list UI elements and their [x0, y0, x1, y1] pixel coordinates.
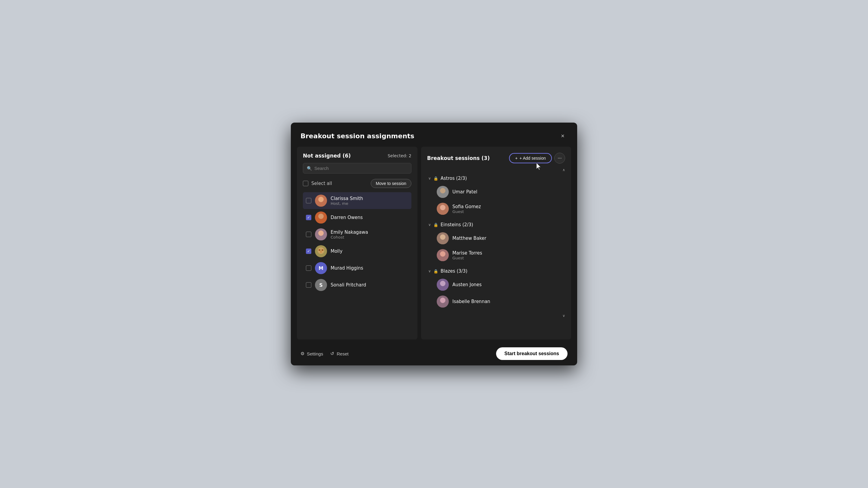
participant-checkbox[interactable] — [306, 232, 311, 237]
search-icon: 🔍 — [307, 166, 312, 171]
add-session-button[interactable]: + + Add session — [509, 153, 552, 163]
svg-point-2 — [318, 214, 324, 219]
participant-name: Murad Higgins — [331, 265, 363, 271]
participant-info: Austen Jones — [453, 282, 482, 287]
settings-label: Settings — [307, 351, 323, 356]
session-header-blazes[interactable]: ∨ 🔒 Blazes (3/3) — [427, 266, 565, 276]
session-members-blazes: Austen Jones Isabelle Brennan — [427, 276, 565, 310]
session-name-blazes: Blazes (3/3) — [441, 268, 467, 274]
not-assigned-title: Not assigned (6) — [303, 153, 351, 159]
list-item[interactable]: Umar Patel — [434, 184, 565, 200]
list-item[interactable]: Emily Nakagawa Cohost — [303, 226, 411, 243]
session-name-einsteins: Einsteins (2/3) — [441, 222, 473, 227]
search-box[interactable]: 🔍 — [303, 163, 411, 173]
dialog-footer: ⚙ Settings ↺ Reset Start breakout sessio… — [291, 342, 577, 365]
participants-list: Clarissa Smith Host, me Darren Owens — [303, 192, 411, 333]
select-all-left: Select all — [303, 181, 332, 186]
scroll-down-indicator: ∨ — [427, 313, 565, 318]
participant-info: Clarissa Smith Host, me — [331, 196, 363, 206]
right-panel-header: Breakout sessions (3) + + Add session ··… — [427, 153, 565, 164]
lock-icon: 🔒 — [433, 223, 438, 227]
svg-point-20 — [440, 298, 445, 303]
session-members-einsteins: Matthew Baker Marise Torres Guest — [427, 230, 565, 264]
participant-name: Sonali Pritchard — [331, 282, 366, 288]
participant-checkbox[interactable] — [306, 215, 311, 220]
participant-name: Marise Torres — [453, 250, 482, 256]
svg-point-3 — [317, 219, 325, 224]
left-panel-header: Not assigned (6) Selected: 2 — [303, 153, 411, 159]
select-all-checkbox[interactable] — [303, 181, 308, 186]
avatar: M — [315, 262, 327, 274]
participant-name: Clarissa Smith — [331, 196, 363, 201]
svg-point-0 — [318, 197, 324, 202]
avatar — [437, 203, 449, 215]
plus-icon: + — [515, 156, 518, 161]
svg-point-19 — [439, 286, 447, 291]
list-item[interactable]: Austen Jones — [434, 276, 565, 293]
gear-icon: ⚙ — [301, 351, 304, 356]
chevron-down-icon: ∨ — [428, 269, 431, 273]
svg-point-8 — [321, 250, 323, 251]
dialog-title: Breakout session assignments — [301, 132, 414, 140]
participant-role: Guest — [453, 256, 482, 260]
participant-role: Cohost — [331, 235, 368, 239]
search-input[interactable] — [314, 166, 407, 171]
chevron-down-icon: ∨ — [428, 176, 431, 181]
close-button[interactable]: × — [558, 131, 567, 141]
participant-name: Isabelle Brennan — [453, 299, 490, 304]
list-item[interactable]: Marise Torres Guest — [434, 247, 565, 264]
svg-point-4 — [318, 230, 324, 236]
scroll-up-indicator: ∧ — [427, 168, 565, 173]
participant-checkbox[interactable] — [306, 198, 311, 203]
session-group-blazes: ∨ 🔒 Blazes (3/3) Austen Jones — [427, 266, 565, 310]
list-item[interactable]: Molly — [303, 243, 411, 260]
avatar — [315, 245, 327, 257]
participant-name: Matthew Baker — [453, 235, 487, 241]
breakout-sessions-title: Breakout sessions (3) — [427, 155, 490, 161]
list-item[interactable]: S Sonali Pritchard — [303, 276, 411, 293]
participant-info: Umar Patel — [453, 189, 477, 195]
session-header-einsteins[interactable]: ∨ 🔒 Einsteins (2/3) — [427, 220, 565, 230]
participant-checkbox[interactable] — [306, 249, 311, 254]
footer-left: ⚙ Settings ↺ Reset — [301, 351, 348, 356]
participant-name: Darren Owens — [331, 215, 363, 220]
list-item[interactable]: Sofia Gomez Guest — [434, 200, 565, 217]
selected-count: Selected: 2 — [388, 153, 411, 158]
right-panel: Breakout sessions (3) + + Add session ··… — [421, 147, 571, 339]
reset-button[interactable]: ↺ Reset — [330, 351, 348, 356]
participant-info: Isabelle Brennan — [453, 299, 490, 304]
svg-point-6 — [318, 247, 324, 254]
participant-info: Darren Owens — [331, 215, 363, 220]
more-options-button[interactable]: ··· — [554, 153, 565, 164]
svg-point-11 — [439, 193, 447, 198]
avatar — [315, 195, 327, 207]
right-panel-actions: + + Add session ··· — [509, 153, 565, 164]
list-item[interactable]: Matthew Baker — [434, 230, 565, 247]
participant-checkbox[interactable] — [306, 265, 311, 271]
avatar — [437, 279, 449, 291]
participant-name: Sofia Gomez — [453, 204, 481, 209]
reset-icon: ↺ — [330, 351, 334, 356]
svg-point-13 — [439, 210, 447, 215]
avatar — [315, 228, 327, 240]
list-item[interactable]: Darren Owens — [303, 209, 411, 226]
list-item[interactable]: Clarissa Smith Host, me — [303, 192, 411, 209]
svg-point-9 — [320, 251, 322, 253]
list-item[interactable]: M Murad Higgins — [303, 260, 411, 276]
settings-button[interactable]: ⚙ Settings — [301, 351, 323, 356]
svg-point-21 — [439, 303, 447, 307]
svg-point-17 — [439, 257, 447, 261]
avatar — [437, 295, 449, 307]
svg-point-18 — [440, 281, 445, 286]
add-session-label: + Add session — [519, 156, 546, 161]
participant-checkbox[interactable] — [306, 282, 311, 288]
svg-point-12 — [440, 205, 445, 210]
start-breakout-sessions-button[interactable]: Start breakout sessions — [496, 347, 567, 360]
list-item[interactable]: Isabelle Brennan — [434, 293, 565, 310]
session-header-astros[interactable]: ∨ 🔒 Astros (2/3) — [427, 173, 565, 184]
participant-info: Molly — [331, 249, 342, 254]
participant-name: Austen Jones — [453, 282, 482, 287]
move-to-session-button[interactable]: Move to session — [371, 179, 411, 188]
svg-point-7 — [318, 250, 320, 251]
dialog-header: Breakout session assignments × — [291, 123, 577, 147]
